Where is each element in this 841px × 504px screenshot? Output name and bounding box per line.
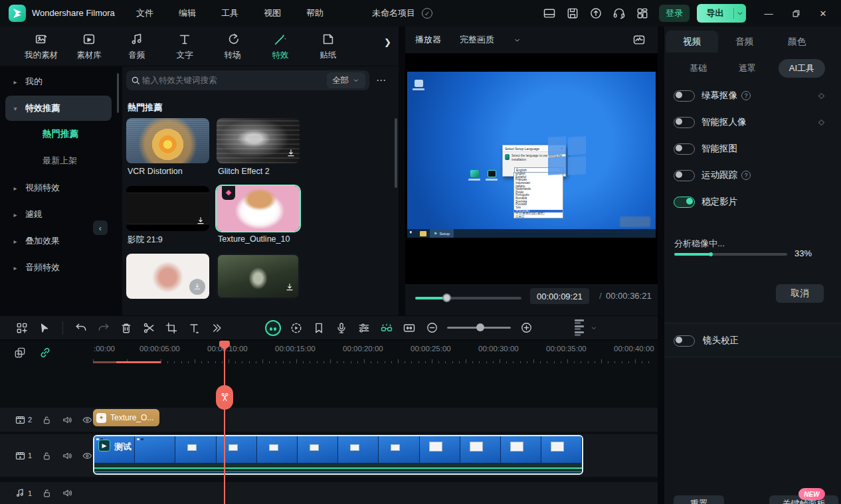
- timeline-ruler[interactable]: :00:0000:00:05:0000:00:10:0000:00:15:000…: [93, 343, 658, 365]
- more-options-button[interactable]: ⋯: [376, 74, 387, 86]
- zoom-in-button[interactable]: [515, 318, 537, 338]
- lens-correction-toggle[interactable]: [674, 335, 695, 347]
- more2-button[interactable]: [205, 318, 228, 338]
- reset-button[interactable]: 重置: [674, 495, 724, 504]
- effect-card-portrait[interactable]: [126, 254, 209, 299]
- toggle-1[interactable]: [674, 117, 695, 128]
- media-tab-text[interactable]: 文字: [161, 27, 209, 66]
- zoom-knob[interactable]: [476, 323, 484, 331]
- track-lock-button[interactable]: [41, 450, 52, 462]
- property-tab-2[interactable]: 颜色: [771, 31, 823, 52]
- video-clip[interactable]: ▶测试: [93, 435, 583, 475]
- track-speaker-button[interactable]: [62, 414, 73, 426]
- workspace-button[interactable]: [633, 4, 652, 23]
- download-icon[interactable]: [284, 282, 295, 295]
- grid-button[interactable]: [11, 318, 33, 338]
- track-eye-button[interactable]: [82, 414, 93, 426]
- track-lock-button[interactable]: [41, 414, 52, 426]
- glasses-button[interactable]: [375, 318, 398, 338]
- scrub-slider[interactable]: [415, 297, 521, 299]
- sidebar-group-7[interactable]: ▸音頻特效: [5, 255, 112, 280]
- media-tab-transition[interactable]: 转场: [209, 27, 256, 66]
- property-tab-0[interactable]: 视频: [666, 31, 718, 52]
- track-eye-button[interactable]: [82, 450, 93, 462]
- playback-quality-dropdown[interactable]: 完整画质: [460, 34, 521, 46]
- upload-button[interactable]: [587, 4, 605, 23]
- menu-3[interactable]: 视图: [251, 0, 294, 27]
- sidebar-group-1[interactable]: ▾特效推薦: [5, 96, 112, 121]
- effect-card-影院 21:9[interactable]: [126, 186, 209, 231]
- save-button[interactable]: [563, 4, 582, 23]
- window-close-button[interactable]: ✕: [812, 4, 834, 23]
- effect-card-Texture_Outline_10[interactable]: ◆: [217, 186, 300, 231]
- track-manager-button[interactable]: [575, 318, 599, 337]
- media-tab-effects[interactable]: 特效: [256, 27, 304, 66]
- download-icon[interactable]: [195, 216, 206, 228]
- media-tab-media[interactable]: 我的素材: [17, 27, 65, 66]
- toggle-3[interactable]: [674, 170, 695, 181]
- effects-scrollbar[interactable]: [395, 118, 397, 188]
- media-tab-sticker[interactable]: 贴纸: [304, 27, 352, 66]
- effect-clip[interactable]: ✦Texture_O...: [93, 409, 159, 426]
- help-icon[interactable]: ?: [741, 91, 751, 100]
- menu-1[interactable]: 编辑: [166, 0, 209, 27]
- download-icon[interactable]: [286, 148, 296, 161]
- download-icon[interactable]: [189, 279, 205, 295]
- link-button[interactable]: [39, 346, 52, 359]
- track-lane-audio1[interactable]: 1: [0, 482, 658, 504]
- media-tab-stock[interactable]: 素材库: [65, 27, 113, 66]
- sidebar-group-0[interactable]: ▸我的: [5, 69, 112, 94]
- menu-2[interactable]: 工具: [209, 0, 251, 27]
- trash-button[interactable]: [115, 318, 138, 338]
- effects-search-bar[interactable]: 全部: [126, 70, 369, 90]
- playhead-line[interactable]: [224, 341, 225, 504]
- filter-dropdown[interactable]: 全部: [327, 72, 365, 88]
- property-subtab-2[interactable]: AI工具: [779, 59, 825, 78]
- window-restore-button[interactable]: [785, 4, 807, 23]
- help-icon[interactable]: ?: [741, 171, 751, 180]
- fit-button[interactable]: [398, 318, 420, 338]
- effect-card-field[interactable]: [217, 254, 300, 299]
- flag-button[interactable]: [308, 318, 330, 338]
- track-speaker-button[interactable]: [62, 450, 73, 462]
- sidebar-item-2[interactable]: 熱門推薦: [5, 122, 112, 146]
- redo-button[interactable]: [92, 318, 115, 338]
- track-lock-button[interactable]: [41, 487, 52, 499]
- tabs-expand-icon[interactable]: ❯: [384, 37, 391, 47]
- timeline-zoom-slider[interactable]: [447, 327, 511, 329]
- video-preview[interactable]: Select Setup Language✕ Select the langua…: [405, 53, 658, 284]
- scrub-knob[interactable]: [442, 294, 451, 302]
- crop-button[interactable]: [160, 318, 183, 338]
- track-lane-video1[interactable]: 1▶测试: [0, 434, 658, 477]
- headset-button[interactable]: [610, 4, 628, 23]
- scopes-icon[interactable]: [631, 33, 647, 47]
- copyplus-button[interactable]: [13, 346, 27, 359]
- sidebar-item-3[interactable]: 最新上架: [5, 149, 112, 173]
- layout-button[interactable]: [540, 4, 559, 23]
- toggle-4[interactable]: [674, 197, 695, 208]
- toggle-0[interactable]: [674, 90, 695, 102]
- window-minimize-button[interactable]: —: [757, 4, 780, 23]
- current-timecode[interactable]: 00:00:09:21: [530, 288, 589, 304]
- render-button[interactable]: [285, 318, 308, 338]
- sidebar-collapse-button[interactable]: ‹: [93, 220, 108, 235]
- cancel-button[interactable]: 取消: [776, 284, 824, 303]
- mixer-button[interactable]: [353, 318, 375, 338]
- menu-4[interactable]: 帮助: [294, 0, 336, 27]
- search-input[interactable]: [141, 75, 327, 86]
- effect-card-Glitch Effect 2[interactable]: [217, 118, 300, 163]
- property-subtab-1[interactable]: 遮罩: [729, 60, 765, 77]
- property-subtab-0[interactable]: 基础: [680, 60, 716, 77]
- ai-copilot-button[interactable]: [265, 318, 285, 338]
- zoom-out-button[interactable]: [420, 318, 443, 338]
- toggle-2[interactable]: [674, 143, 695, 155]
- texttool-button[interactable]: [183, 318, 205, 338]
- split-scissors-button[interactable]: [216, 385, 233, 410]
- scissors-button[interactable]: [138, 318, 160, 338]
- cursor-button[interactable]: [33, 318, 56, 338]
- sidebar-scrollbar[interactable]: [117, 73, 119, 113]
- media-tab-audio[interactable]: 音频: [113, 27, 161, 66]
- menu-0[interactable]: 文件: [124, 0, 166, 27]
- mic-button[interactable]: [330, 318, 353, 338]
- login-button[interactable]: 登录: [659, 5, 690, 22]
